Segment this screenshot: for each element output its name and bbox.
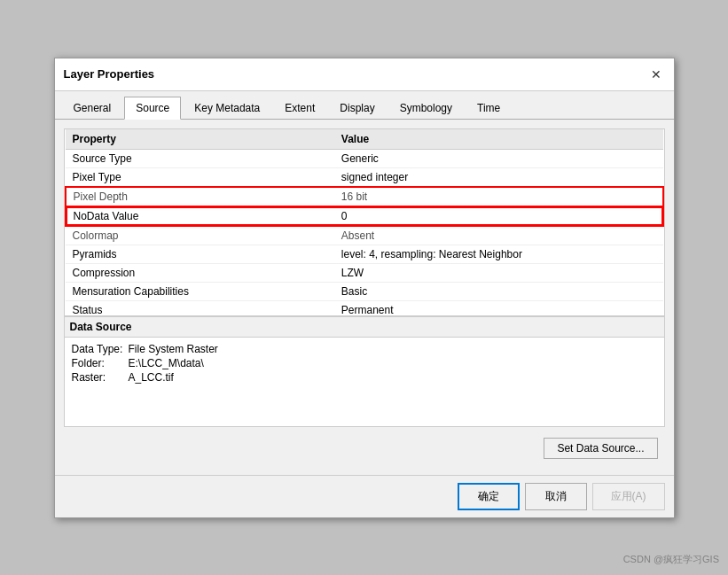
property-cell: Status [66,300,334,315]
table-row: Mensuration CapabilitiesBasic [66,282,663,300]
data-source-title: Data Source [65,317,664,338]
title-bar: Layer Properties ✕ [55,58,674,91]
tab-display[interactable]: Display [328,97,386,119]
property-cell: Colormap [66,226,334,245]
col-property-header: Property [66,129,334,150]
tab-content: Property Value Source TypeGeneric Pixel … [55,120,674,475]
table-row: NoData Value0 [66,206,663,226]
data-source-line: Folder:E:\LCC_M\data\ [72,357,657,369]
tab-extent[interactable]: Extent [273,97,326,119]
property-cell: Pixel Depth [66,187,334,206]
value-cell: Generic [334,149,663,167]
tab-time[interactable]: Time [466,97,512,119]
property-cell: Mensuration Capabilities [66,282,334,300]
ds-label: Raster: [72,371,125,384]
property-cell: NoData Value [66,206,334,226]
properties-scroll-area[interactable]: Property Value Source TypeGeneric Pixel … [65,129,664,315]
table-row: Pyramidslevel: 4, resampling: Nearest Ne… [66,245,663,263]
apply-button[interactable]: 应用(A) [592,483,665,510]
dialog-title: Layer Properties [64,67,155,81]
value-cell: LZW [334,263,663,282]
ds-value: A_LCC.tif [129,371,174,384]
property-cell: Pixel Type [66,167,334,187]
layer-properties-dialog: Layer Properties ✕ General Source Key Me… [54,58,675,518]
ok-button[interactable]: 确定 [458,483,520,510]
set-data-source-button[interactable]: Set Data Source... [544,438,657,459]
data-source-content[interactable]: Data Type:File System RasterFolder:E:\LC… [65,338,664,426]
table-row: StatusPermanent [66,300,663,315]
property-cell: Compression [66,263,334,282]
col-value-header: Value [334,129,663,150]
value-cell: Basic [334,282,663,300]
table-row: Pixel Depth16 bit [66,187,663,206]
data-source-section: Data Source Data Type:File System Raster… [64,316,665,427]
value-cell: 0 [334,206,663,226]
tab-bar: General Source Key Metadata Extent Displ… [55,91,674,120]
tab-source[interactable]: Source [124,97,181,120]
ds-value: File System Raster [129,343,218,355]
property-cell: Pyramids [66,245,334,263]
table-row: Source TypeGeneric [66,149,663,167]
cancel-button[interactable]: 取消 [525,483,587,510]
data-source-line: Data Type:File System Raster [72,343,657,355]
tab-symbology[interactable]: Symbology [388,97,464,119]
table-row: Pixel Typesigned integer [66,167,663,187]
table-row: CompressionLZW [66,263,663,282]
property-cell: Source Type [66,149,334,167]
value-cell: signed integer [334,167,663,187]
value-cell: 16 bit [334,187,663,206]
ds-label: Data Type: [72,343,125,355]
watermark: CSDN @疯狂学习GIS [623,553,719,566]
table-row: ColormapAbsent [66,226,663,245]
value-cell: Absent [334,226,663,245]
value-cell: Permanent [334,300,663,315]
bottom-button-bar: 确定 取消 应用(A) [55,475,674,517]
value-cell: level: 4, resampling: Nearest Neighbor [334,245,663,263]
ds-label: Folder: [72,357,125,369]
close-button[interactable]: ✕ [647,66,665,83]
data-source-button-row: Set Data Source... [64,434,665,466]
ds-value: E:\LCC_M\data\ [129,357,204,369]
properties-section: Property Value Source TypeGeneric Pixel … [64,128,665,316]
data-source-line: Raster:A_LCC.tif [72,371,657,384]
tab-key-metadata[interactable]: Key Metadata [183,97,271,119]
tab-general[interactable]: General [62,97,123,119]
